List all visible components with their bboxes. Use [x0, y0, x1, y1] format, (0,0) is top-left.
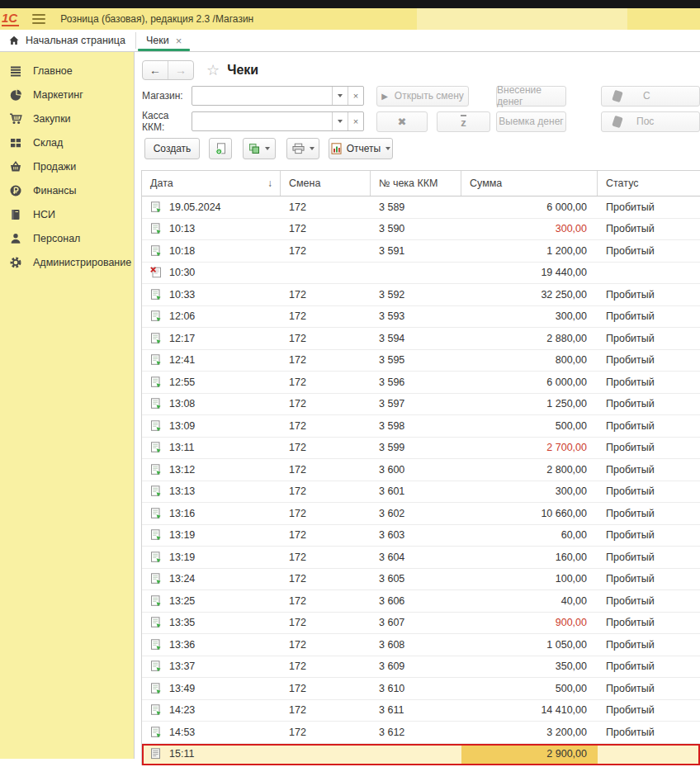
sidebar-item-marketing[interactable]: Маркетинг [0, 83, 134, 107]
table-row[interactable]: 13:19 172 3 603 60,00 Пробитый [142, 525, 700, 547]
main-menu-icon[interactable] [32, 14, 45, 24]
table-row[interactable]: 14:23 172 3 611 14 410,00 Пробитый [142, 700, 700, 722]
titlebar-search-area[interactable] [417, 8, 627, 30]
column-header-shift[interactable]: Смена [281, 171, 371, 196]
copy-button[interactable] [243, 138, 276, 159]
column-header-status[interactable]: Статус [598, 171, 700, 196]
column-header-check-number[interactable]: № чека ККМ [371, 171, 461, 196]
table-row[interactable]: 13:49 172 3 610 500,00 Пробитый [142, 678, 700, 700]
posted-doc-icon [150, 420, 162, 432]
table-row[interactable]: 13:24 172 3 605 100,00 Пробитый [142, 569, 700, 591]
kkm-dropdown-icon[interactable] [332, 112, 348, 130]
back-button[interactable]: ← [143, 61, 168, 79]
cell-sum: 300,00 [461, 306, 598, 328]
sidebar-item-sales[interactable]: Продажи [0, 154, 134, 178]
create-based-on-button[interactable] [209, 138, 232, 159]
cash-in-button[interactable]: Внесение денег [496, 86, 566, 107]
sidebar-item-purchases[interactable]: Закупки [0, 107, 134, 130]
cell-check-number [371, 744, 461, 765]
column-header-date[interactable]: Дата ↓ [142, 171, 281, 196]
posted-doc-icon [150, 508, 162, 519]
table-row[interactable]: 10:18 172 3 591 1 200,00 Пробитый [142, 240, 700, 263]
sidebar-item-administration[interactable]: Администрирование [0, 250, 134, 274]
close-shift-button[interactable]: ✖ [376, 111, 428, 132]
cell-status: Пробитый [598, 284, 700, 305]
sidebar-item-personnel[interactable]: Персонал [0, 226, 134, 250]
table-row[interactable]: 19.05.2024 172 3 589 6 000,00 Пробитый [142, 196, 700, 219]
cell-sum: 19 440,00 [461, 263, 598, 284]
cell-date: 13:24 [169, 573, 195, 585]
table-row[interactable]: 13:37 172 3 609 350,00 Пробитый [142, 656, 700, 679]
store-clear-icon[interactable]: × [348, 87, 363, 105]
table-row[interactable]: 13:12 172 3 600 2 800,00 Пробитый [142, 459, 700, 481]
create-button[interactable]: Создать [144, 138, 200, 159]
table-row[interactable]: 14:53 172 3 612 3 200,00 Пробитый [142, 722, 700, 744]
sort-desc-icon: ↓ [267, 178, 272, 189]
home-page-button[interactable]: Начальная страница [0, 30, 135, 51]
posted-doc-icon [150, 617, 162, 628]
table-row[interactable]: 10:30 19 440,00 [142, 263, 700, 285]
sidebar-item-label: Главное [33, 65, 73, 77]
sidebar-item-main[interactable]: Главное [0, 59, 134, 83]
table-row[interactable]: 13:19 172 3 604 160,00 Пробитый [142, 547, 700, 569]
reports-button[interactable]: Отчеты [329, 138, 393, 159]
cell-shift: 172 [281, 240, 371, 262]
sidebar-item-warehouse[interactable]: Склад [0, 130, 134, 154]
truncated-right-button-1[interactable]: С [601, 86, 700, 107]
table-row[interactable]: 13:25 172 3 606 40,00 Пробитый [142, 590, 700, 613]
truncated-right-button-2[interactable]: Пос [601, 111, 700, 132]
table-row[interactable]: 12:06 172 3 593 300,00 Пробитый [142, 306, 700, 329]
cash-out-button[interactable]: Выемка денег [496, 111, 566, 132]
cell-status: Пробитый [598, 350, 700, 372]
column-header-sum[interactable]: Сумма [461, 171, 598, 196]
table-row[interactable]: 12:55 172 3 596 6 000,00 Пробитый [142, 372, 700, 394]
open-shift-button[interactable]: ▶ Открыть смену [376, 86, 469, 107]
table-row-selected[interactable]: 15:11 2 900,00 [142, 744, 700, 766]
table-row[interactable]: 13:36 172 3 608 1 050,00 Пробитый [142, 634, 700, 656]
table-row[interactable]: 12:41 172 3 595 800,00 Пробитый [142, 350, 700, 372]
print-button[interactable] [286, 138, 319, 159]
marketing-icon [9, 88, 22, 102]
sidebar-item-finance[interactable]: Финансы [0, 178, 134, 202]
cell-shift: 172 [281, 525, 371, 547]
favorite-star-icon[interactable]: ☆ [206, 63, 220, 78]
cell-sum: 300,00 [461, 481, 598, 503]
store-filter-input[interactable]: × [192, 86, 364, 106]
table-row[interactable]: 12:17 172 3 594 2 880,00 Пробитый [142, 328, 700, 350]
z-report-button[interactable]: z [437, 111, 490, 132]
kkm-clear-icon[interactable]: × [348, 112, 363, 130]
table-row[interactable]: 13:13 172 3 601 300,00 Пробитый [142, 481, 700, 504]
table-row[interactable]: 10:13 172 3 590 300,00 Пробитый [142, 219, 700, 241]
tab-close-icon[interactable]: × [176, 36, 182, 46]
cell-sum: 160,00 [461, 547, 598, 568]
cell-date: 12:06 [169, 310, 195, 322]
cell-sum: 300,00 [461, 219, 598, 240]
cell-status [598, 263, 700, 284]
cell-date: 10:13 [169, 223, 195, 234]
cell-status: Пробитый [598, 547, 700, 568]
kkm-filter-input[interactable]: × [192, 111, 364, 131]
posted-doc-icon [150, 727, 162, 738]
table-row[interactable]: 13:35 172 3 607 900,00 Пробитый [142, 613, 700, 635]
forward-button[interactable]: → [168, 61, 193, 79]
sidebar-item-label: Продажи [33, 161, 76, 173]
cell-check-number: 3 597 [371, 394, 461, 415]
posted-doc-icon [150, 704, 162, 716]
table-row[interactable]: 13:08 172 3 597 1 250,00 Пробитый [142, 394, 700, 416]
table-row[interactable]: 13:09 172 3 598 500,00 Пробитый [142, 415, 700, 438]
table-row[interactable]: 13:16 172 3 602 10 660,00 Пробитый [142, 503, 700, 525]
cell-date: 13:37 [169, 660, 195, 672]
sidebar-item-nsi[interactable]: НСИ [0, 202, 134, 226]
cell-check-number: 3 601 [371, 481, 461, 503]
sidebar: Главное Маркетинг Закупки Склад Продажи … [0, 52, 135, 759]
home-page-label: Начальная страница [26, 35, 125, 46]
store-dropdown-icon[interactable] [332, 87, 348, 105]
warehouse-icon [9, 136, 22, 149]
posted-doc-icon [150, 683, 162, 694]
table-row[interactable]: 10:33 172 3 592 32 250,00 Пробитый [142, 284, 700, 306]
table-row[interactable]: 13:11 172 3 599 2 700,00 Пробитый [142, 438, 700, 460]
tab-cheki[interactable]: Чеки × [136, 30, 192, 51]
posted-doc-icon [150, 201, 162, 213]
home-icon [8, 35, 20, 46]
cell-status: Пробитый [598, 525, 700, 547]
